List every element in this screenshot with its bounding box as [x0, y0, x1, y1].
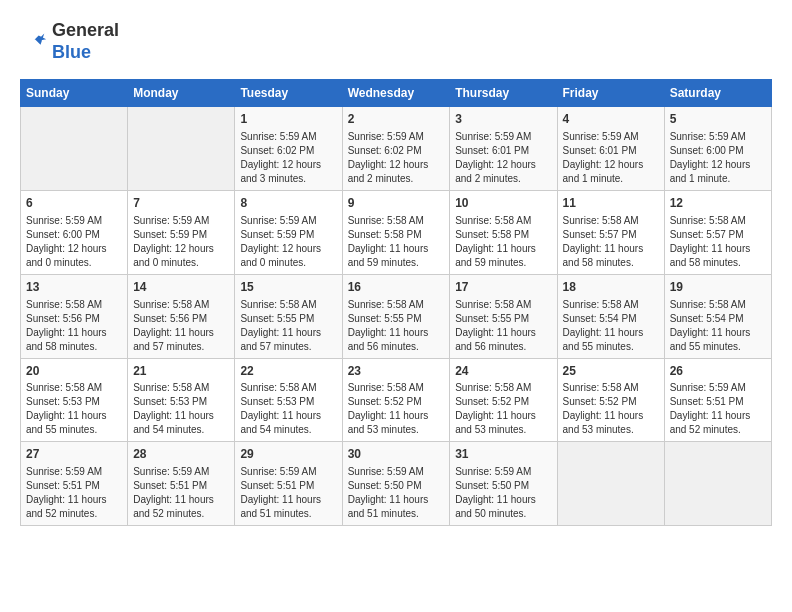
calendar-week-row: 6Sunrise: 5:59 AM Sunset: 6:00 PM Daylig…	[21, 190, 772, 274]
day-number: 27	[26, 446, 122, 463]
day-info: Sunrise: 5:59 AM Sunset: 5:50 PM Dayligh…	[455, 465, 551, 521]
day-number: 26	[670, 363, 766, 380]
day-info: Sunrise: 5:59 AM Sunset: 6:02 PM Dayligh…	[348, 130, 445, 186]
day-info: Sunrise: 5:58 AM Sunset: 5:52 PM Dayligh…	[348, 381, 445, 437]
calendar-cell: 7Sunrise: 5:59 AM Sunset: 5:59 PM Daylig…	[128, 190, 235, 274]
day-info: Sunrise: 5:58 AM Sunset: 5:56 PM Dayligh…	[26, 298, 122, 354]
day-number: 21	[133, 363, 229, 380]
column-header-sunday: Sunday	[21, 80, 128, 107]
day-info: Sunrise: 5:58 AM Sunset: 5:54 PM Dayligh…	[563, 298, 659, 354]
day-info: Sunrise: 5:59 AM Sunset: 5:59 PM Dayligh…	[133, 214, 229, 270]
calendar-cell: 20Sunrise: 5:58 AM Sunset: 5:53 PM Dayli…	[21, 358, 128, 442]
calendar-cell: 9Sunrise: 5:58 AM Sunset: 5:58 PM Daylig…	[342, 190, 450, 274]
day-number: 29	[240, 446, 336, 463]
calendar-cell	[21, 107, 128, 191]
calendar-cell: 18Sunrise: 5:58 AM Sunset: 5:54 PM Dayli…	[557, 274, 664, 358]
day-info: Sunrise: 5:59 AM Sunset: 5:51 PM Dayligh…	[670, 381, 766, 437]
calendar-cell: 25Sunrise: 5:58 AM Sunset: 5:52 PM Dayli…	[557, 358, 664, 442]
calendar-cell: 4Sunrise: 5:59 AM Sunset: 6:01 PM Daylig…	[557, 107, 664, 191]
calendar-week-row: 13Sunrise: 5:58 AM Sunset: 5:56 PM Dayli…	[21, 274, 772, 358]
day-info: Sunrise: 5:58 AM Sunset: 5:52 PM Dayligh…	[563, 381, 659, 437]
logo-icon	[20, 28, 48, 56]
day-number: 18	[563, 279, 659, 296]
day-number: 25	[563, 363, 659, 380]
calendar-cell: 3Sunrise: 5:59 AM Sunset: 6:01 PM Daylig…	[450, 107, 557, 191]
day-number: 5	[670, 111, 766, 128]
day-number: 10	[455, 195, 551, 212]
day-info: Sunrise: 5:58 AM Sunset: 5:58 PM Dayligh…	[348, 214, 445, 270]
calendar-cell: 26Sunrise: 5:59 AM Sunset: 5:51 PM Dayli…	[664, 358, 771, 442]
calendar-cell	[664, 442, 771, 526]
day-number: 13	[26, 279, 122, 296]
day-info: Sunrise: 5:58 AM Sunset: 5:56 PM Dayligh…	[133, 298, 229, 354]
day-number: 24	[455, 363, 551, 380]
day-info: Sunrise: 5:59 AM Sunset: 6:01 PM Dayligh…	[455, 130, 551, 186]
calendar-cell: 6Sunrise: 5:59 AM Sunset: 6:00 PM Daylig…	[21, 190, 128, 274]
column-header-wednesday: Wednesday	[342, 80, 450, 107]
calendar-week-row: 27Sunrise: 5:59 AM Sunset: 5:51 PM Dayli…	[21, 442, 772, 526]
day-number: 31	[455, 446, 551, 463]
day-info: Sunrise: 5:58 AM Sunset: 5:53 PM Dayligh…	[26, 381, 122, 437]
column-header-thursday: Thursday	[450, 80, 557, 107]
day-number: 12	[670, 195, 766, 212]
calendar-cell: 12Sunrise: 5:58 AM Sunset: 5:57 PM Dayli…	[664, 190, 771, 274]
calendar-cell: 30Sunrise: 5:59 AM Sunset: 5:50 PM Dayli…	[342, 442, 450, 526]
column-header-friday: Friday	[557, 80, 664, 107]
calendar-table: SundayMondayTuesdayWednesdayThursdayFrid…	[20, 79, 772, 526]
day-info: Sunrise: 5:59 AM Sunset: 5:50 PM Dayligh…	[348, 465, 445, 521]
calendar-cell: 5Sunrise: 5:59 AM Sunset: 6:00 PM Daylig…	[664, 107, 771, 191]
day-info: Sunrise: 5:59 AM Sunset: 5:51 PM Dayligh…	[26, 465, 122, 521]
calendar-cell: 31Sunrise: 5:59 AM Sunset: 5:50 PM Dayli…	[450, 442, 557, 526]
logo: GeneralBlue	[20, 20, 119, 63]
day-number: 19	[670, 279, 766, 296]
day-number: 2	[348, 111, 445, 128]
day-info: Sunrise: 5:58 AM Sunset: 5:53 PM Dayligh…	[133, 381, 229, 437]
day-info: Sunrise: 5:59 AM Sunset: 6:00 PM Dayligh…	[26, 214, 122, 270]
day-number: 9	[348, 195, 445, 212]
day-number: 7	[133, 195, 229, 212]
day-number: 28	[133, 446, 229, 463]
column-header-monday: Monday	[128, 80, 235, 107]
day-info: Sunrise: 5:58 AM Sunset: 5:55 PM Dayligh…	[348, 298, 445, 354]
day-number: 6	[26, 195, 122, 212]
calendar-cell: 14Sunrise: 5:58 AM Sunset: 5:56 PM Dayli…	[128, 274, 235, 358]
calendar-cell: 2Sunrise: 5:59 AM Sunset: 6:02 PM Daylig…	[342, 107, 450, 191]
calendar-cell: 23Sunrise: 5:58 AM Sunset: 5:52 PM Dayli…	[342, 358, 450, 442]
day-number: 15	[240, 279, 336, 296]
calendar-cell: 11Sunrise: 5:58 AM Sunset: 5:57 PM Dayli…	[557, 190, 664, 274]
calendar-cell: 10Sunrise: 5:58 AM Sunset: 5:58 PM Dayli…	[450, 190, 557, 274]
day-info: Sunrise: 5:59 AM Sunset: 6:00 PM Dayligh…	[670, 130, 766, 186]
day-info: Sunrise: 5:59 AM Sunset: 5:51 PM Dayligh…	[240, 465, 336, 521]
day-number: 8	[240, 195, 336, 212]
day-number: 22	[240, 363, 336, 380]
day-number: 30	[348, 446, 445, 463]
day-info: Sunrise: 5:59 AM Sunset: 5:51 PM Dayligh…	[133, 465, 229, 521]
calendar-cell: 22Sunrise: 5:58 AM Sunset: 5:53 PM Dayli…	[235, 358, 342, 442]
calendar-cell: 1Sunrise: 5:59 AM Sunset: 6:02 PM Daylig…	[235, 107, 342, 191]
day-number: 3	[455, 111, 551, 128]
column-header-tuesday: Tuesday	[235, 80, 342, 107]
day-number: 11	[563, 195, 659, 212]
calendar-cell: 29Sunrise: 5:59 AM Sunset: 5:51 PM Dayli…	[235, 442, 342, 526]
calendar-week-row: 20Sunrise: 5:58 AM Sunset: 5:53 PM Dayli…	[21, 358, 772, 442]
day-number: 1	[240, 111, 336, 128]
day-info: Sunrise: 5:58 AM Sunset: 5:52 PM Dayligh…	[455, 381, 551, 437]
day-info: Sunrise: 5:58 AM Sunset: 5:55 PM Dayligh…	[455, 298, 551, 354]
page-header: GeneralBlue	[20, 20, 772, 63]
day-info: Sunrise: 5:58 AM Sunset: 5:58 PM Dayligh…	[455, 214, 551, 270]
day-info: Sunrise: 5:59 AM Sunset: 6:01 PM Dayligh…	[563, 130, 659, 186]
calendar-cell	[128, 107, 235, 191]
calendar-cell	[557, 442, 664, 526]
calendar-header-row: SundayMondayTuesdayWednesdayThursdayFrid…	[21, 80, 772, 107]
calendar-cell: 8Sunrise: 5:59 AM Sunset: 5:59 PM Daylig…	[235, 190, 342, 274]
calendar-week-row: 1Sunrise: 5:59 AM Sunset: 6:02 PM Daylig…	[21, 107, 772, 191]
calendar-cell: 16Sunrise: 5:58 AM Sunset: 5:55 PM Dayli…	[342, 274, 450, 358]
calendar-cell: 24Sunrise: 5:58 AM Sunset: 5:52 PM Dayli…	[450, 358, 557, 442]
calendar-cell: 13Sunrise: 5:58 AM Sunset: 5:56 PM Dayli…	[21, 274, 128, 358]
logo-text: GeneralBlue	[52, 20, 119, 63]
day-number: 20	[26, 363, 122, 380]
svg-marker-0	[27, 33, 46, 46]
calendar-cell: 19Sunrise: 5:58 AM Sunset: 5:54 PM Dayli…	[664, 274, 771, 358]
day-info: Sunrise: 5:58 AM Sunset: 5:55 PM Dayligh…	[240, 298, 336, 354]
day-number: 16	[348, 279, 445, 296]
